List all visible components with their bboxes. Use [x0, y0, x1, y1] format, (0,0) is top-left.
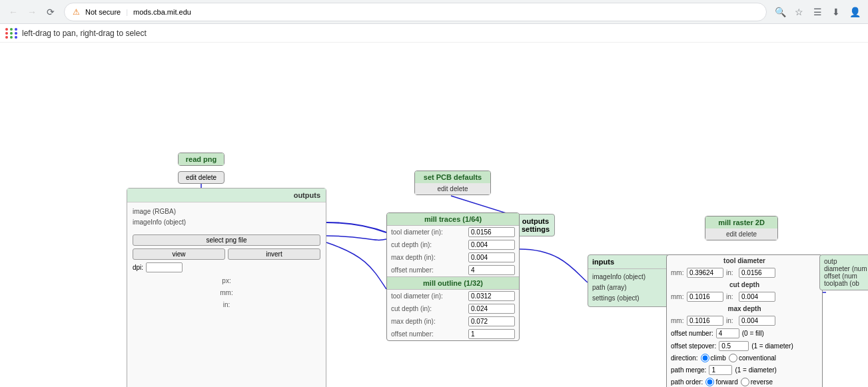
offset-fill-label: (0 = fill) [742, 330, 764, 337]
url-display: mods.cba.mit.edu [133, 8, 191, 16]
download-button[interactable]: ⬇ [828, 4, 844, 20]
set-pcb-header: set PCB defaults [415, 171, 490, 183]
px-label: px: [133, 275, 320, 287]
mill-outline-max-depth-input[interactable] [468, 316, 515, 326]
hint-text: left-drag to pan, right-drag to select [22, 29, 147, 38]
security-label: Not secure [85, 8, 121, 16]
mill-traces-header: mill traces (1/64) [387, 213, 519, 226]
offset-number-row: offset number: (0 = fill) [667, 327, 822, 340]
set-pcb-node: set PCB defaults edit delete [414, 171, 491, 195]
canvas-area: left-drag to pan, right-drag to select [0, 24, 868, 387]
image-outputs-buttons: select png file view invert dpi: px: mm:… [127, 232, 326, 314]
path-merge-label: path merge: [671, 366, 706, 374]
mill-outline-header: mill outline (1/32) [387, 276, 519, 290]
node-canvas: read png edit delete outputs image (RGBA… [0, 43, 868, 387]
hint-dots-icon [5, 28, 18, 39]
read-png-node: read png [178, 153, 224, 166]
offset-stepover-input[interactable] [719, 341, 749, 351]
image-outputs-node: outputs image (RGBA) imageInfo (object) … [127, 188, 326, 387]
address-bar[interactable]: ⚠ Not secure | mods.cba.mit.edu [64, 3, 767, 21]
offset-stepover-label: offset stepover: [671, 342, 716, 350]
offset-stepover-row: offset stepover: (1 = diameter) [667, 340, 822, 352]
mill-traces-tool-diam-input[interactable] [468, 227, 515, 237]
max-depth-mm-row: mm: in: [667, 314, 822, 327]
inputs-path: path (array) [592, 282, 676, 293]
select-png-button[interactable]: select png file [133, 234, 320, 246]
tool-diam-title: tool diameter [667, 255, 822, 266]
mill-raster-node: mill raster 2D edit delete [705, 216, 778, 240]
zoom-button[interactable]: 🔍 [772, 4, 788, 20]
tool-diam-mm-row: mm: in: [667, 266, 822, 279]
set-pcb-edit-delete[interactable]: edit delete [415, 183, 490, 194]
mm-display: mm: [133, 287, 320, 299]
max-depth-mm-input[interactable] [687, 316, 723, 326]
path-merge-input[interactable] [709, 365, 732, 375]
forward-button[interactable]: → [24, 4, 40, 20]
mill-outline-max-depth-row: max depth (in): [387, 315, 519, 328]
read-png-edit-delete[interactable]: edit delete [178, 171, 224, 184]
mill-outline-cut-depth-row: cut depth (in): [387, 302, 519, 315]
outputs-settings-node: outputs settings [516, 214, 555, 236]
path-order-reverse-radio[interactable] [741, 378, 749, 386]
bookmarks-button[interactable]: ☰ [809, 4, 825, 20]
mill-outline-tool-diam-input[interactable] [468, 291, 515, 301]
mill-outline-tool-diam-row: tool diameter (in): [387, 290, 519, 302]
direction-climb-radio[interactable] [701, 354, 709, 362]
offset-number-input[interactable] [716, 328, 739, 338]
reverse-label: reverse [741, 378, 773, 386]
tool-diam-in-input[interactable] [739, 268, 775, 278]
mill-traces-cut-depth-input[interactable] [468, 240, 515, 250]
mill-raster-header: mill raster 2D [705, 216, 777, 228]
inputs-imageinfo: imageInfo (object) [592, 272, 676, 282]
image-outputs-header: outputs [127, 189, 326, 202]
cut-depth-mm-input[interactable] [687, 292, 723, 302]
bookmark-star-button[interactable]: ☆ [791, 4, 807, 20]
mill-node: mill traces (1/64) tool diameter (in): c… [386, 212, 520, 341]
path-order-row: path order: forward reverse [667, 376, 822, 387]
conventional-label: conventional [729, 354, 776, 362]
cut-depth-title: cut depth [667, 279, 822, 290]
browser-chrome: ← → ⟳ ⚠ Not secure | mods.cba.mit.edu 🔍 … [0, 0, 868, 24]
max-depth-title: max depth [667, 303, 822, 314]
outputs-right-line2: diameter (num [824, 265, 868, 272]
inputs-settings: settings (object) [592, 293, 676, 304]
read-png-header: read png [179, 153, 224, 165]
path-merge-suffix: (1 = diameter) [735, 366, 777, 374]
tool-settings-node: tool diameter mm: in: cut depth mm: in: … [666, 254, 823, 387]
refresh-button[interactable]: ⟳ [43, 4, 59, 20]
offset-number-label: offset number: [671, 330, 713, 337]
mill-traces-offset-input[interactable] [468, 265, 515, 275]
profile-button[interactable]: 👤 [847, 4, 863, 20]
mill-traces-offset-row: offset number: [387, 264, 519, 276]
hint-bar: left-drag to pan, right-drag to select [0, 24, 868, 43]
path-order-forward-radio[interactable] [705, 378, 714, 386]
path-order-label: path order: [671, 378, 703, 386]
mill-outline-offset-input[interactable] [468, 329, 515, 339]
outputs-right-line3: offset (num [824, 272, 868, 280]
invert-button[interactable]: invert [228, 248, 320, 260]
mill-traces-max-depth-input[interactable] [468, 252, 515, 262]
max-depth-in-input[interactable] [739, 316, 775, 326]
tool-diam-mm-input[interactable] [687, 268, 723, 278]
cut-depth-mm-row: mm: in: [667, 290, 822, 303]
view-button[interactable]: view [133, 248, 225, 260]
offset-stepover-suffix: (1 = diameter) [751, 342, 793, 350]
outputs-right-line4: toolpath (ob [824, 280, 868, 287]
cut-depth-in-input[interactable] [739, 292, 775, 302]
outputs-right-node: outp diameter (num offset (num toolpath … [819, 254, 868, 290]
security-icon: ⚠ [73, 7, 80, 17]
dpi-label: dpi: [133, 264, 143, 271]
outputs-right-line1: outp [824, 258, 868, 265]
direction-conventional-radio[interactable] [729, 354, 737, 362]
direction-label: direction: [671, 354, 698, 362]
climb-label: climb [701, 354, 726, 362]
back-button[interactable]: ← [5, 4, 21, 20]
mill-outline-cut-depth-input[interactable] [468, 304, 515, 314]
mill-raster-edit-delete[interactable]: edit delete [705, 228, 777, 240]
image-rgba-label: image (RGBA) [133, 206, 320, 217]
in-display: in: [133, 299, 320, 311]
forward-label: forward [705, 378, 737, 386]
path-merge-row: path merge: (1 = diameter) [667, 364, 822, 376]
image-info-label: imageInfo (object) [133, 217, 320, 228]
dpi-input[interactable] [146, 262, 183, 272]
